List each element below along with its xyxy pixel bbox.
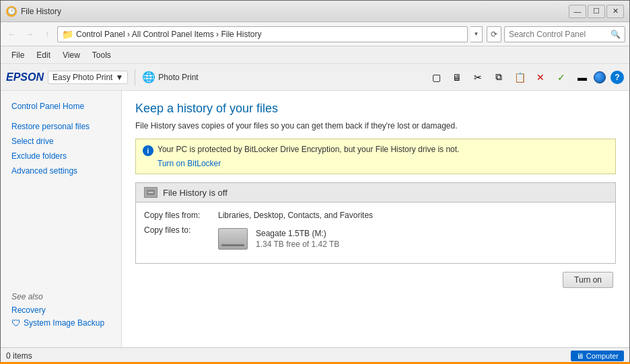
toolbar: EPSON Easy Photo Print ▼ 🌐 Photo Print ▢… xyxy=(1,64,629,91)
drive-space: 1.34 TB free of 1.42 TB xyxy=(256,240,339,249)
info-message: Your PC is protected by BitLocker Drive … xyxy=(158,145,459,154)
toolbar-right: ▢ 🖥 ✂ ⧉ 📋 ✕ ✓ ▬ ? xyxy=(427,68,624,87)
menu-tools[interactable]: Tools xyxy=(87,49,116,61)
minimize-button[interactable]: — xyxy=(569,5,586,18)
toolbar-icon-2[interactable]: 🖥 xyxy=(448,68,466,87)
status-body: Copy files from: Libraries, Desktop, Con… xyxy=(136,203,615,263)
menu-edit[interactable]: Edit xyxy=(31,49,56,61)
info-icon: i xyxy=(143,145,153,156)
drive-info: Seagate 1.5TB (M:) 1.34 TB free of 1.42 … xyxy=(218,228,339,250)
address-path[interactable]: 📁 Control Panel › All Control Panel Item… xyxy=(57,26,468,42)
main-title: Keep a history of your files xyxy=(135,102,616,116)
sidebar-link-select-drive[interactable]: Select drive xyxy=(1,134,121,149)
sidebar-link-restore[interactable]: Restore personal files xyxy=(1,119,121,134)
main-subtitle: File History saves copies of your files … xyxy=(135,121,616,131)
copy-from-row: Copy files from: Libraries, Desktop, Con… xyxy=(144,211,607,220)
drive-name: Seagate 1.5TB (M:) xyxy=(256,229,339,238)
copy-from-value: Libraries, Desktop, Contacts, and Favori… xyxy=(218,211,373,220)
sidebar-link-exclude[interactable]: Exclude folders xyxy=(1,149,121,163)
easy-photo-print-button[interactable]: Easy Photo Print ▼ xyxy=(48,71,128,84)
computer-label: Computer xyxy=(586,352,619,360)
info-box-row: i Your PC is protected by BitLocker Driv… xyxy=(143,145,608,156)
sidebar: Control Panel Home Restore personal file… xyxy=(1,91,122,347)
status-bar: 0 items 🖥 Computer xyxy=(1,347,629,363)
sidebar-see-also: See also Recovery 🛡 System Image Backup xyxy=(1,284,121,339)
computer-icon: 🖥 xyxy=(576,352,584,360)
toolbar-cut-icon[interactable]: ✂ xyxy=(468,68,487,87)
address-bar: ← → ↑ 📁 Control Panel › All Control Pane… xyxy=(1,22,629,46)
items-count: 0 items xyxy=(6,351,32,361)
turn-on-bitlocker-link[interactable]: Turn on BitLocker xyxy=(158,159,608,168)
search-input[interactable] xyxy=(509,30,608,39)
photo-print-label: Photo Print xyxy=(158,73,198,82)
drive-details: Seagate 1.5TB (M:) 1.34 TB free of 1.42 … xyxy=(256,229,339,249)
copy-to-label: Copy files to: xyxy=(144,225,218,235)
toolbar-separator xyxy=(135,69,135,85)
content-area: Control Panel Home Restore personal file… xyxy=(1,91,629,347)
path-folder-icon: 📁 xyxy=(62,29,73,40)
info-box: i Your PC is protected by BitLocker Driv… xyxy=(135,139,616,174)
copy-from-label: Copy files from: xyxy=(144,211,218,220)
system-image-link[interactable]: 🛡 System Image Backup xyxy=(11,318,110,328)
up-button[interactable]: ↑ xyxy=(40,27,55,42)
recovery-link[interactable]: Recovery xyxy=(11,305,110,315)
refresh-button[interactable]: ⟳ xyxy=(487,26,501,42)
brand-label: EPSON xyxy=(6,71,44,83)
window-title: File History xyxy=(21,7,569,16)
help-button[interactable]: ? xyxy=(610,71,624,84)
turn-on-row: Turn on xyxy=(135,272,616,288)
main-panel: Keep a history of your files File Histor… xyxy=(122,91,629,347)
status-title: File History is off xyxy=(163,188,228,198)
menu-view[interactable]: View xyxy=(57,49,85,61)
menu-file[interactable]: File xyxy=(6,49,30,61)
title-bar: 🕐 File History — ☐ ✕ xyxy=(1,1,629,22)
forward-button[interactable]: → xyxy=(22,27,37,42)
status-box: File History is off Copy files from: Lib… xyxy=(135,182,616,264)
turn-on-button[interactable]: Turn on xyxy=(563,272,613,288)
search-box[interactable]: 🔍 xyxy=(504,26,625,42)
sidebar-link-control-panel-home[interactable]: Control Panel Home xyxy=(1,99,121,114)
window-icon: 🕐 xyxy=(6,6,17,17)
toolbar-check-icon[interactable]: ✓ xyxy=(552,68,571,87)
svg-rect-1 xyxy=(148,192,153,193)
status-header: File History is off xyxy=(136,183,615,203)
file-history-window: 🕐 File History — ☐ ✕ ← → ↑ 📁 Control Pan… xyxy=(0,0,630,364)
toolbar-globe-icon[interactable] xyxy=(594,71,606,83)
globe-icon: 🌐 xyxy=(142,71,155,83)
toolbar-minus-icon[interactable]: ▬ xyxy=(573,68,592,87)
app-label: Easy Photo Print xyxy=(53,73,112,82)
search-icon: 🔍 xyxy=(610,30,621,39)
toolbar-copy-icon[interactable]: ⧉ xyxy=(489,68,508,87)
path-text: Control Panel › All Control Panel Items … xyxy=(76,30,261,39)
sidebar-link-advanced[interactable]: Advanced settings xyxy=(1,163,121,178)
status-bar-right: 🖥 Computer xyxy=(571,351,624,361)
toolbar-paste-icon[interactable]: 📋 xyxy=(510,68,529,87)
toolbar-delete-icon[interactable]: ✕ xyxy=(531,68,550,87)
close-button[interactable]: ✕ xyxy=(606,5,624,18)
drive-icon xyxy=(218,228,248,250)
copy-to-row: Copy files to: Seagate 1.5TB (M:) 1.34 T… xyxy=(144,225,607,250)
app-dropdown-icon: ▼ xyxy=(115,73,123,82)
maximize-button[interactable]: ☐ xyxy=(588,5,605,18)
system-image-icon: 🛡 xyxy=(11,318,21,328)
back-button[interactable]: ← xyxy=(5,27,20,42)
see-also-label: See also xyxy=(11,292,110,301)
computer-indicator: 🖥 Computer xyxy=(571,351,624,361)
address-dropdown[interactable]: ▼ xyxy=(470,26,483,42)
toolbar-icon-1[interactable]: ▢ xyxy=(427,68,446,87)
status-drive-icon xyxy=(144,187,158,198)
window-controls: — ☐ ✕ xyxy=(569,5,624,18)
menu-bar: File Edit View Tools xyxy=(1,46,629,64)
photo-print-group: 🌐 Photo Print xyxy=(142,71,198,83)
